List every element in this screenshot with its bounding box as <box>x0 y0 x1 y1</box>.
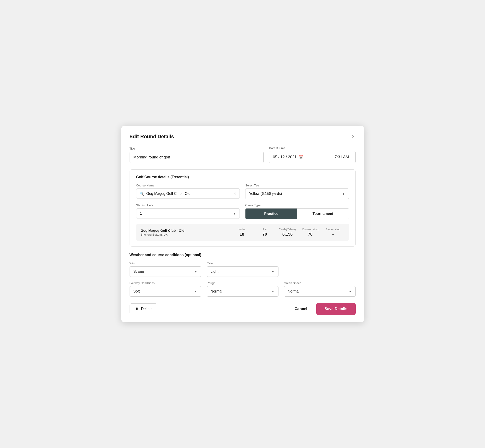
starting-hole-label: Starting Hole <box>136 203 240 207</box>
date-input[interactable]: 05 / 12 / 2021 📅 <box>269 151 328 163</box>
wind-label: Wind <box>129 262 201 265</box>
datetime-label: Date & Time <box>269 146 356 150</box>
chevron-down-icon-rough: ▼ <box>271 289 275 293</box>
select-tee-dropdown[interactable]: Yellow (6,156 yards) ▼ <box>245 189 349 199</box>
chevron-down-icon-fairway: ▼ <box>194 289 197 293</box>
slope-rating-label: Slope rating <box>326 228 340 231</box>
time-value: 7:31 AM <box>335 155 349 159</box>
clear-icon[interactable]: ✕ <box>233 192 236 196</box>
rough-label: Rough <box>207 281 278 285</box>
delete-button[interactable]: 🗑 Delete <box>129 304 157 314</box>
slope-rating-value: - <box>332 232 334 237</box>
par-value: 70 <box>262 232 267 237</box>
practice-button[interactable]: Practice <box>245 208 297 219</box>
golf-course-title: Golf Course details (Essential) <box>136 175 349 179</box>
fairway-value: Soft <box>133 289 140 293</box>
weather-row-2: Fairway Conditions Soft ▼ Rough Normal ▼… <box>129 281 356 297</box>
chevron-down-icon-green-speed: ▼ <box>349 289 352 293</box>
title-field-group: Title <box>129 147 264 163</box>
course-rating-stat: Course rating 70 <box>299 228 322 237</box>
cancel-button[interactable]: Cancel <box>290 304 312 314</box>
search-icon: 🔍 <box>140 192 144 196</box>
edit-round-modal: Edit Round Details × Title Date & Time 0… <box>121 126 364 322</box>
tournament-button[interactable]: Tournament <box>297 208 349 219</box>
modal-title: Edit Round Details <box>129 134 174 140</box>
wind-dropdown[interactable]: Strong ▼ <box>129 266 201 277</box>
green-speed-group: Green Speed Normal ▼ <box>284 281 356 297</box>
holes-stat: Holes 18 <box>231 228 253 237</box>
weather-section: Weather and course conditions (optional)… <box>129 253 356 297</box>
wind-group: Wind Strong ▼ <box>129 262 201 277</box>
fairway-dropdown[interactable]: Soft ▼ <box>129 286 201 297</box>
yards-label: Yards(Yellow) <box>279 228 296 231</box>
wind-value: Strong <box>133 270 144 274</box>
par-label: Par <box>263 228 267 231</box>
course-sub-name: Shelford Bottom, UK <box>141 233 231 236</box>
starting-hole-group: Starting Hole 1 ▼ <box>136 203 240 219</box>
fairway-group: Fairway Conditions Soft ▼ <box>129 281 201 297</box>
course-main-name: Gog Magog Golf Club - Old, <box>141 229 231 232</box>
footer-actions: 🗑 Delete Cancel Save Details <box>129 303 356 315</box>
rough-group: Rough Normal ▼ <box>207 281 278 297</box>
green-speed-dropdown[interactable]: Normal ▼ <box>284 286 356 297</box>
chevron-down-icon-wind: ▼ <box>194 270 197 273</box>
course-row-2: Starting Hole 1 ▼ Game Type Practice Tou… <box>136 203 349 219</box>
course-name-group: Course Name 🔍 Gog Magog Golf Club - Old … <box>136 184 240 199</box>
chevron-down-icon-2: ▼ <box>233 212 236 215</box>
course-info-name: Gog Magog Golf Club - Old, Shelford Bott… <box>141 229 231 236</box>
rain-dropdown[interactable]: Light ▼ <box>207 266 278 277</box>
calendar-icon: 📅 <box>298 155 303 160</box>
datetime-field-group: Date & Time 05 / 12 / 2021 📅 7:31 AM <box>269 146 356 163</box>
datetime-inputs: 05 / 12 / 2021 📅 7:31 AM <box>269 151 356 163</box>
starting-hole-value: 1 <box>140 211 142 216</box>
course-name-value: Gog Magog Golf Club - Old <box>146 192 231 196</box>
time-input[interactable]: 7:31 AM <box>328 151 356 163</box>
course-name-label: Course Name <box>136 184 240 187</box>
starting-hole-dropdown[interactable]: 1 ▼ <box>136 208 240 219</box>
course-name-input[interactable]: 🔍 Gog Magog Golf Club - Old ✕ <box>136 189 240 199</box>
course-rating-label: Course rating <box>302 228 318 231</box>
green-speed-value: Normal <box>288 289 300 293</box>
game-type-label: Game Type <box>245 203 349 207</box>
game-type-group: Game Type Practice Tournament <box>245 203 349 219</box>
course-info-bar: Gog Magog Golf Club - Old, Shelford Bott… <box>136 224 349 241</box>
rain-group: Rain Light ▼ <box>207 262 278 277</box>
rough-dropdown[interactable]: Normal ▼ <box>207 286 278 297</box>
golf-course-section: Golf Course details (Essential) Course N… <box>129 169 356 247</box>
rain-label: Rain <box>207 262 278 265</box>
course-rating-value: 70 <box>308 232 312 237</box>
holes-value: 18 <box>240 232 244 237</box>
rain-value: Light <box>211 270 218 274</box>
footer-right: Cancel Save Details <box>290 303 356 315</box>
save-button[interactable]: Save Details <box>316 303 356 315</box>
title-label: Title <box>129 147 264 150</box>
trash-icon: 🗑 <box>135 307 139 311</box>
select-tee-label: Select Tee <box>245 184 349 187</box>
modal-header: Edit Round Details × <box>129 133 356 140</box>
close-button[interactable]: × <box>351 133 356 140</box>
select-tee-group: Select Tee Yellow (6,156 yards) ▼ <box>245 184 349 199</box>
title-input[interactable] <box>129 152 264 163</box>
yards-value: 6,156 <box>282 232 293 237</box>
delete-label: Delete <box>141 307 152 311</box>
slope-rating-stat: Slope rating - <box>322 228 345 237</box>
fairway-label: Fairway Conditions <box>129 281 201 285</box>
weather-title: Weather and course conditions (optional) <box>129 253 356 257</box>
game-type-toggle: Practice Tournament <box>245 208 349 219</box>
date-value: 05 / 12 / 2021 <box>273 155 297 159</box>
holes-label: Holes <box>238 228 245 231</box>
par-stat: Par 70 <box>253 228 276 237</box>
select-tee-value: Yellow (6,156 yards) <box>249 192 282 196</box>
course-row-1: Course Name 🔍 Gog Magog Golf Club - Old … <box>136 184 349 199</box>
yards-stat: Yards(Yellow) 6,156 <box>276 228 299 237</box>
weather-row-1: Wind Strong ▼ Rain Light ▼ <box>129 262 356 277</box>
top-row: Title Date & Time 05 / 12 / 2021 📅 7:31 … <box>129 146 356 163</box>
green-speed-label: Green Speed <box>284 281 356 285</box>
chevron-down-icon-rain: ▼ <box>271 270 275 273</box>
chevron-down-icon: ▼ <box>342 192 345 196</box>
rough-value: Normal <box>211 289 222 293</box>
